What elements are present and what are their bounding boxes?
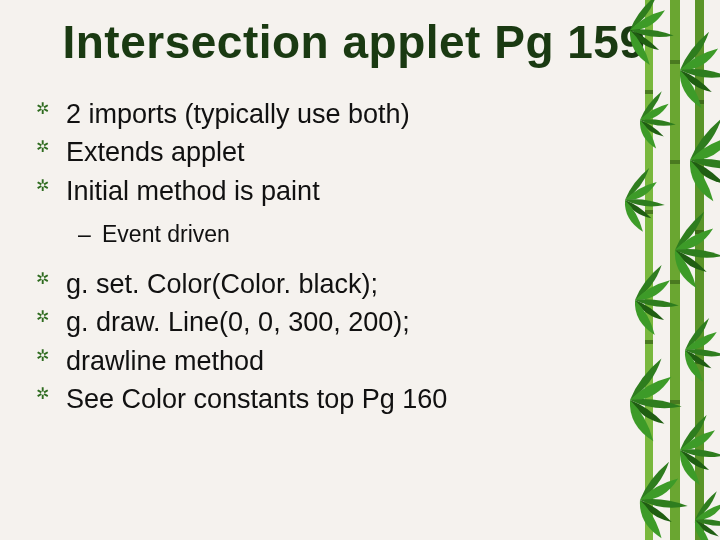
bullet-list-top: 2 imports (typically use both) Extends a… [32, 96, 588, 209]
svg-rect-7 [695, 230, 704, 234]
list-item: Initial method is paint [32, 173, 588, 209]
slide-content: 2 imports (typically use both) Extends a… [28, 96, 588, 418]
svg-rect-4 [670, 400, 680, 404]
list-item: See Color constants top Pg 160 [32, 381, 588, 417]
list-item: drawline method [32, 343, 588, 379]
list-item: 2 imports (typically use both) [32, 96, 588, 132]
svg-rect-3 [670, 280, 680, 284]
list-item: Extends applet [32, 134, 588, 170]
list-item: Event driven [32, 219, 588, 250]
svg-rect-11 [645, 210, 653, 214]
svg-rect-0 [670, 0, 680, 540]
bullet-sublist: Event driven [32, 219, 588, 250]
svg-rect-10 [645, 90, 653, 94]
slide-title: Intersection applet Pg 159 [28, 18, 680, 68]
svg-rect-5 [695, 0, 704, 540]
svg-rect-2 [670, 160, 680, 164]
svg-rect-9 [645, 0, 653, 540]
svg-rect-8 [695, 360, 704, 364]
bullet-list-bottom: g. set. Color(Color. black); g. draw. Li… [32, 266, 588, 418]
list-item: g. set. Color(Color. black); [32, 266, 588, 302]
svg-rect-6 [695, 100, 704, 104]
svg-rect-12 [645, 340, 653, 344]
list-item: g. draw. Line(0, 0, 300, 200); [32, 304, 588, 340]
slide: Intersection applet Pg 159 2 imports (ty… [0, 0, 720, 540]
